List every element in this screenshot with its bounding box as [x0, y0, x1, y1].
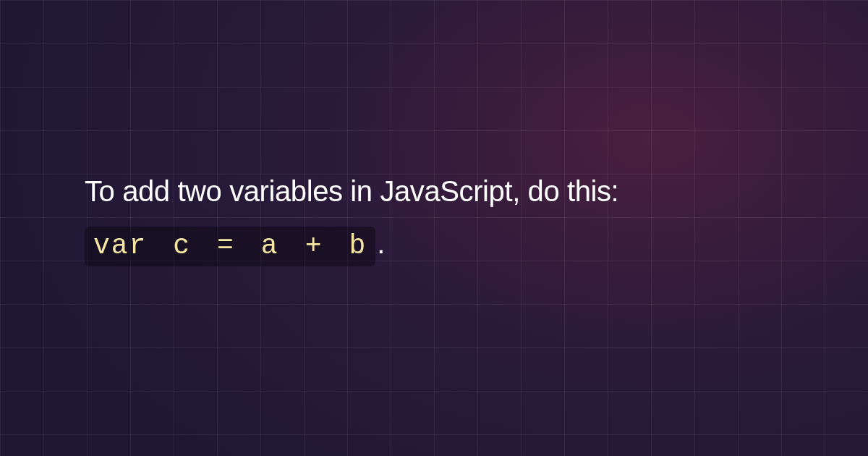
code-snippet: var c = a + b — [85, 227, 375, 267]
intro-text: To add two variables in JavaScript, do t… — [85, 175, 783, 208]
code-line: var c = a + b. — [85, 227, 783, 267]
trailing-period: . — [377, 227, 385, 259]
content-wrapper: To add two variables in JavaScript, do t… — [0, 0, 868, 456]
